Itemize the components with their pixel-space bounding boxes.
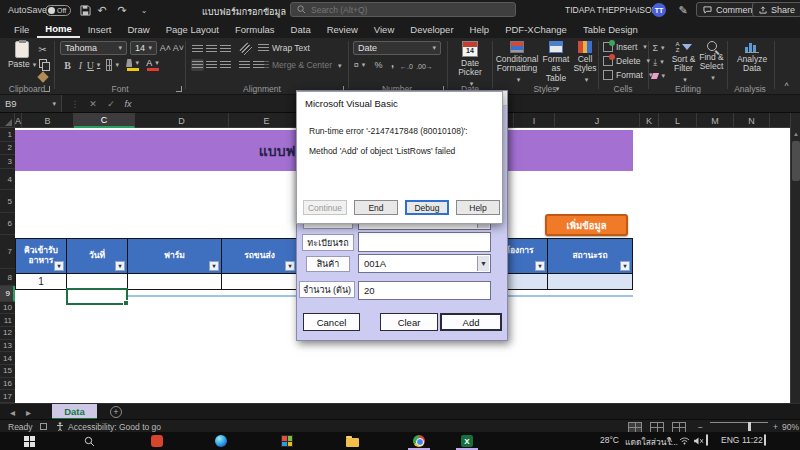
column-header[interactable]: L — [659, 113, 697, 128]
orientation-icon[interactable] — [240, 43, 253, 55]
zoom-level[interactable]: 90% — [782, 422, 799, 432]
filter-icon[interactable]: ▾ — [620, 261, 630, 271]
clipboard-dialog-launcher[interactable] — [44, 86, 50, 92]
plate-input[interactable] — [358, 232, 491, 252]
notification-center-icon[interactable] — [764, 435, 766, 445]
header-truck[interactable]: รถขนส่ง▾ — [222, 238, 298, 274]
new-sheet-icon[interactable]: + — [110, 406, 122, 418]
row-header[interactable]: 11 — [0, 314, 15, 327]
row-header[interactable]: 3 — [0, 155, 15, 169]
taskbar-search-icon[interactable] — [82, 434, 96, 448]
temperature[interactable]: 28°C — [600, 435, 619, 445]
active-cell-B9[interactable] — [66, 288, 128, 305]
row-header[interactable]: 7 — [0, 235, 15, 269]
find-select-button[interactable]: Find &Select — [698, 41, 725, 81]
ribbon-tab[interactable]: Formulas — [227, 20, 283, 38]
row-header[interactable]: 8 — [0, 269, 15, 286]
wifi-icon[interactable] — [679, 437, 690, 447]
next-sheet-icon[interactable]: ▸ — [26, 407, 31, 418]
filter-icon[interactable]: ▾ — [285, 261, 295, 271]
row-header[interactable]: 1 — [0, 128, 15, 142]
editing-mode-icon[interactable]: ✎ — [676, 3, 690, 17]
language-indicator[interactable]: ENG — [721, 435, 739, 445]
italic-button[interactable]: I — [74, 59, 87, 71]
search-bar[interactable] — [290, 2, 516, 17]
column-header[interactable]: K — [640, 113, 659, 128]
row-header[interactable]: 14 — [0, 352, 15, 365]
header-queue[interactable]: คิวเข้ารับอาหาร▾ — [15, 238, 67, 274]
shrink-font-icon[interactable]: A˅ — [172, 42, 185, 54]
insert-function-icon[interactable]: fx — [121, 97, 135, 110]
add-button[interactable]: Add — [440, 313, 502, 331]
cell-farm[interactable] — [128, 274, 222, 290]
chrome-icon[interactable] — [412, 434, 426, 448]
ribbon-tab[interactable]: Review — [319, 20, 366, 38]
ribbon-tab[interactable]: View — [366, 20, 402, 38]
row-header[interactable]: 17 — [0, 390, 15, 403]
document-title[interactable]: แบบฟอร์มกรอกข้อมูล — [202, 5, 286, 19]
collapse-ribbon-icon[interactable]: ˄ — [780, 78, 793, 90]
touch-keyboard-icon[interactable] — [706, 435, 708, 445]
dropdown-arrow-icon[interactable]: ▼ — [477, 256, 489, 271]
borders-icon[interactable] — [106, 59, 119, 71]
filter-icon[interactable]: ▾ — [535, 261, 545, 271]
redo-icon[interactable]: ↷ — [115, 3, 129, 17]
select-all-corner[interactable] — [0, 113, 15, 128]
date-picker-button[interactable]: 14 DatePicker — [450, 41, 490, 87]
column-header[interactable]: D — [135, 113, 229, 128]
product-combo[interactable]: 001A▼ — [358, 254, 491, 273]
clear-icon[interactable] — [652, 70, 665, 82]
cancel-entry-icon[interactable]: ✕ — [86, 97, 100, 110]
row-header[interactable]: 12 — [0, 327, 15, 340]
filter-icon[interactable]: ▾ — [115, 261, 125, 271]
cell-queue[interactable]: 1 — [15, 274, 67, 290]
search-input[interactable] — [311, 5, 509, 15]
row-header[interactable]: 6 — [0, 213, 15, 235]
copy-icon[interactable] — [36, 57, 49, 69]
decrease-decimal-icon[interactable]: .00→ — [418, 60, 431, 72]
align-top-icon[interactable] — [191, 43, 204, 55]
filter-icon[interactable]: ▾ — [209, 261, 219, 271]
paste-button[interactable]: Paste — [8, 41, 36, 69]
volume-muted-icon[interactable] — [693, 437, 704, 447]
add-data-button[interactable]: เพิ่มข้อมูล — [545, 214, 628, 236]
ribbon-tab[interactable]: Table Design — [575, 20, 646, 38]
zoom-slider-thumb[interactable] — [748, 422, 751, 431]
sheet-tab-data[interactable]: Data — [52, 404, 97, 420]
cancel-button[interactable]: Cancel — [303, 313, 360, 331]
conditional-formatting-button[interactable]: ConditionalFormatting — [495, 41, 539, 83]
bold-button[interactable]: B — [61, 59, 74, 71]
fill-icon[interactable]: ⤓ — [652, 56, 665, 68]
undo-icon[interactable]: ↶ — [95, 3, 109, 17]
align-bottom-icon[interactable] — [219, 43, 232, 55]
excel-taskbar-icon[interactable] — [460, 434, 474, 448]
row-header[interactable]: 9 — [0, 286, 15, 302]
clear-button[interactable]: Clear — [380, 313, 438, 331]
ribbon-tab[interactable]: Draw — [119, 20, 157, 38]
header-status[interactable]: สถานะรถ▾ — [548, 238, 633, 274]
show-hidden-icons[interactable]: ˄ — [667, 435, 672, 445]
ribbon-tab[interactable]: Insert — [80, 20, 120, 38]
format-painter-icon[interactable] — [36, 71, 49, 83]
ribbon-tab[interactable]: PDF-XChange — [497, 20, 575, 38]
column-header[interactable]: I — [514, 113, 555, 128]
share-button[interactable]: Share — [752, 2, 800, 17]
align-center-icon[interactable] — [205, 59, 218, 71]
font-size-combo[interactable]: 14 — [130, 41, 157, 55]
column-header[interactable]: N — [734, 113, 770, 128]
grow-font-icon[interactable]: A˄ — [159, 42, 172, 54]
cell-styles-button[interactable]: CellStyles — [572, 41, 598, 83]
column-header[interactable]: A — [15, 113, 22, 128]
header-date[interactable]: วันที่▾ — [67, 238, 128, 274]
merge-center-button[interactable]: Merge & Center — [258, 61, 342, 71]
zoom-out-icon[interactable]: − — [698, 422, 703, 432]
autosave-toggle[interactable]: Off — [45, 5, 71, 16]
store-app-icon[interactable] — [280, 434, 294, 448]
number-format-combo[interactable]: Date — [353, 41, 441, 55]
media-app-icon[interactable] — [150, 434, 164, 448]
column-header[interactable]: J — [555, 113, 640, 128]
qat-customize-icon[interactable]: ⌄ — [137, 3, 151, 17]
align-left-icon[interactable] — [191, 59, 204, 71]
comma-style-icon[interactable]: , — [386, 57, 399, 69]
wrap-text-button[interactable]: Wrap Text — [258, 44, 310, 54]
